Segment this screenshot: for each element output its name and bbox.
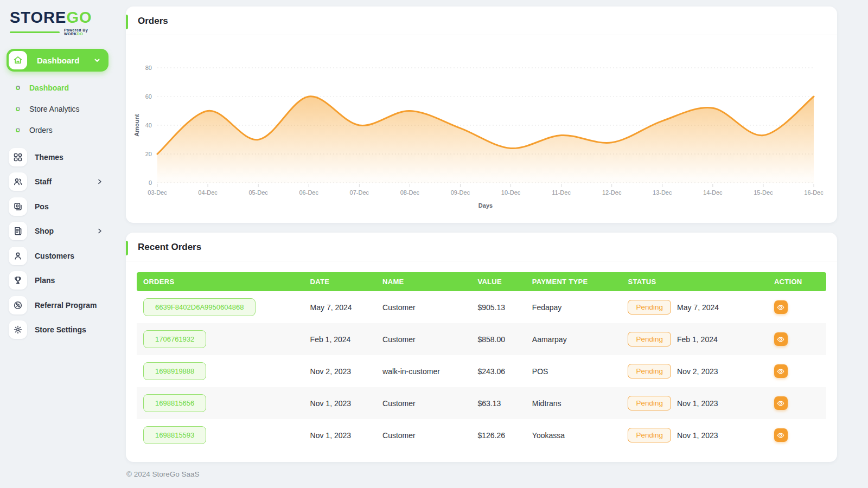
orders-chart-card: Orders 02040608003-Dec04-Dec05-Dec06-Dec… [126,7,837,223]
sidebar-item-themes[interactable]: Themes [0,145,115,170]
svg-text:15-Dec: 15-Dec [754,189,773,196]
order-id-badge: 6639F8402D6A9950604868 [143,298,256,316]
svg-text:20: 20 [145,151,152,157]
order-payment-type: Yookassa [526,419,622,451]
orders-card-title: Orders [138,16,825,27]
view-order-button[interactable] [774,300,788,314]
sidebar-item-referral-program[interactable]: Referral Program [0,293,115,318]
order-name: Customer [376,387,471,419]
order-payment-type: POS [526,355,622,387]
sidebar-item-customers[interactable]: Customers [0,243,115,268]
order-payment-type: Aamarpay [526,323,622,355]
storego-logo[interactable]: STOREGO Powered By WORKDO [0,5,115,37]
gear-icon [9,320,27,339]
order-name: Customer [376,291,471,323]
view-order-button[interactable] [774,396,788,410]
order-date: Nov 1, 2023 [304,419,376,451]
home-icon [9,51,27,69]
status-badge: Pending [628,428,671,442]
svg-text:80: 80 [145,65,152,71]
svg-text:Days: Days [478,202,493,209]
card-accent-bar [126,15,128,29]
status-badge: Pending [628,396,671,410]
chevron-right-icon [97,228,103,234]
sidebar-item-orders[interactable]: Orders [0,119,115,140]
bullet-icon [16,128,20,132]
recent-orders-card: Recent Orders ORDERS DATE NAME VALUE PAY… [126,233,837,462]
col-header-payment-type: PAYMENT TYPE [526,272,622,291]
trophy-icon [9,271,27,290]
bullet-icon [16,107,20,111]
eye-icon [777,368,784,375]
svg-text:04-Dec: 04-Dec [198,189,218,196]
staff-icon [9,172,27,191]
sidebar-item-shop[interactable]: Shop [0,219,115,244]
status-date: May 7, 2024 [677,303,719,312]
order-id-badge: 1706761932 [143,330,206,348]
col-header-date: DATE [304,272,376,291]
main-content: Orders 02040608003-Dec04-Dec05-Dec06-Dec… [126,7,837,478]
order-id-badge: 1698815593 [143,426,206,444]
powered-by-label: Powered By WORKDO [64,28,106,36]
status-badge: Pending [628,332,671,346]
pos-icon [9,197,27,216]
svg-text:03-Dec: 03-Dec [148,189,167,196]
logo-underline [10,31,60,33]
svg-text:10-Dec: 10-Dec [501,189,521,196]
table-row: 1698815593 Nov 1, 2023 Customer $126.26 … [137,419,826,451]
sidebar-group-label: Dashboard [37,56,79,65]
sidebar-subnav: Dashboard Store Analytics Orders [0,77,115,140]
logo-text: STOREGO [10,10,106,25]
order-payment-type: Midtrans [526,387,622,419]
view-order-button[interactable] [774,428,788,442]
svg-text:14-Dec: 14-Dec [703,189,723,196]
card-accent-bar [126,241,128,255]
order-name: Customer [376,419,471,451]
order-value: $243.06 [471,355,525,387]
svg-text:Amount: Amount [133,114,140,137]
col-header-name: NAME [376,272,471,291]
table-row: 1698815656 Nov 1, 2023 Customer $63.13 M… [137,387,826,419]
svg-text:06-Dec: 06-Dec [299,189,318,196]
svg-text:09-Dec: 09-Dec [451,189,470,196]
status-date: Feb 1, 2024 [677,335,718,344]
eye-icon [777,400,784,407]
recent-orders-table: ORDERS DATE NAME VALUE PAYMENT TYPE STAT… [137,272,826,451]
sidebar-item-plans[interactable]: Plans [0,268,115,293]
sidebar-nav: Themes Staff Pos Shop [0,145,115,342]
copyright-text: © 2024 StoreGo SaaS [126,470,837,478]
table-header-row: ORDERS DATE NAME VALUE PAYMENT TYPE STAT… [137,272,826,291]
order-date: May 7, 2024 [304,291,376,323]
order-value: $126.26 [471,419,525,451]
shop-icon [9,222,27,240]
bullet-icon [16,86,20,90]
order-name: walk-in-customer [376,355,471,387]
svg-text:60: 60 [145,93,152,100]
order-value: $63.13 [471,387,525,419]
sidebar-item-store-settings[interactable]: Store Settings [0,318,115,343]
orders-area-chart: 02040608003-Dec04-Dec05-Dec06-Dec07-Dec0… [126,41,837,221]
col-header-action: ACTION [768,272,826,291]
svg-text:16-Dec: 16-Dec [804,189,824,196]
customer-icon [9,247,27,265]
col-header-value: VALUE [471,272,525,291]
order-id-badge: 1698919888 [143,362,206,380]
sidebar-item-staff[interactable]: Staff [0,170,115,195]
order-payment-type: Fedapay [526,291,622,323]
sidebar: STOREGO Powered By WORKDO Dashboard Dash… [0,0,115,488]
sidebar-item-store-analytics[interactable]: Store Analytics [0,98,115,119]
order-value: $905.13 [471,291,525,323]
status-badge: Pending [628,364,671,378]
sidebar-item-dashboard[interactable]: Dashboard [0,77,115,98]
chevron-right-icon [97,178,103,185]
grid-icon [9,148,27,166]
svg-text:08-Dec: 08-Dec [400,189,420,196]
sidebar-item-pos[interactable]: Pos [0,194,115,219]
svg-text:05-Dec: 05-Dec [248,189,268,196]
svg-text:11-Dec: 11-Dec [552,189,571,196]
view-order-button[interactable] [774,364,788,378]
order-date: Nov 1, 2023 [304,387,376,419]
view-order-button[interactable] [774,332,788,346]
sidebar-group-dashboard[interactable]: Dashboard [7,49,108,72]
status-date: Nov 1, 2023 [677,399,718,408]
